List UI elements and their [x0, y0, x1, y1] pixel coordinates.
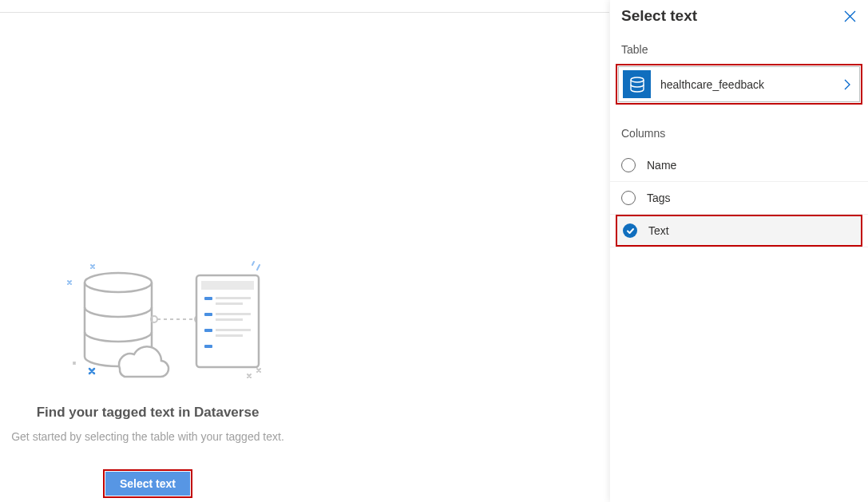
chevron-right-icon	[843, 78, 851, 91]
divider	[0, 12, 609, 13]
column-name: Tags	[647, 192, 671, 204]
main-subtext: Get started by selecting the table with …	[0, 430, 295, 443]
database-icon	[628, 76, 646, 93]
radio-unchecked-icon	[621, 191, 636, 205]
main-heading: Find your tagged text in Dataverse	[0, 405, 295, 421]
radio-unchecked-icon	[621, 158, 636, 172]
column-name: Name	[647, 159, 676, 172]
svg-rect-14	[204, 345, 212, 348]
columns-section-label: Columns	[610, 105, 868, 149]
column-name: Text	[648, 224, 669, 237]
panel-header: Select text	[610, 0, 868, 32]
table-section-label: Table	[610, 32, 868, 64]
svg-rect-13	[216, 334, 243, 337]
column-option[interactable]: Tags	[610, 182, 868, 215]
illustration	[32, 257, 264, 385]
side-panel: Select text Table healthcare_feedback Co…	[610, 0, 868, 502]
select-text-button[interactable]: Select text	[105, 472, 190, 496]
highlight-box: Select text	[103, 469, 192, 498]
close-icon	[844, 10, 856, 22]
column-option[interactable]: Name	[610, 149, 868, 182]
svg-point-15	[631, 77, 644, 82]
main-content: Find your tagged text in Dataverse Get s…	[0, 257, 295, 498]
close-button[interactable]	[842, 9, 857, 23]
table-selector[interactable]: healthcare_feedback	[618, 66, 860, 102]
panel-title: Select text	[621, 7, 697, 25]
svg-rect-6	[216, 297, 251, 299]
highlight-box: Text	[616, 215, 862, 247]
svg-rect-9	[216, 313, 251, 315]
radio-checked-icon	[623, 223, 637, 238]
svg-rect-11	[204, 329, 212, 332]
svg-rect-7	[216, 302, 243, 305]
highlight-box: healthcare_feedback	[616, 64, 862, 105]
svg-rect-10	[216, 318, 243, 321]
svg-rect-4	[201, 281, 254, 290]
svg-rect-12	[216, 329, 251, 331]
database-icon-box	[623, 70, 651, 98]
svg-rect-8	[204, 313, 212, 316]
svg-rect-5	[204, 297, 212, 300]
svg-point-0	[85, 273, 152, 292]
table-name: healthcare_feedback	[660, 78, 843, 91]
column-option-selected[interactable]: Text	[610, 215, 868, 247]
